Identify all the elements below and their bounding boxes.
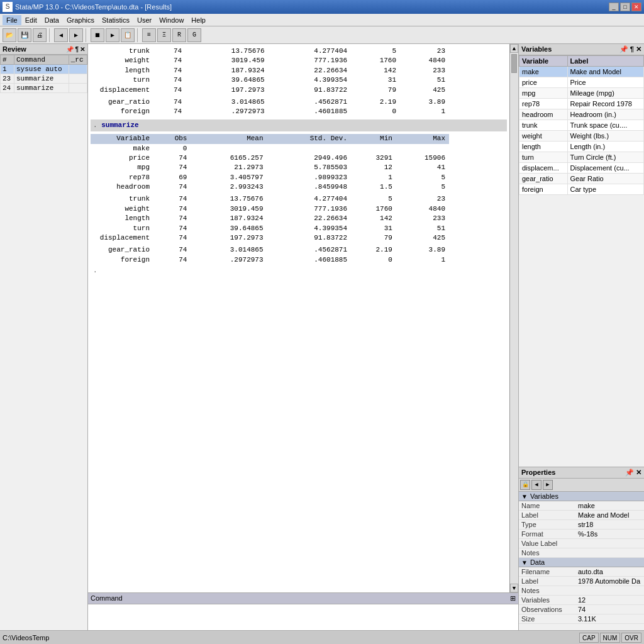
toolbar-open[interactable]: 📂 (3, 28, 16, 42)
variable-row[interactable]: weight Weight (lbs.) (519, 131, 644, 142)
variable-row[interactable]: trunk Trunk space (cu.... (519, 120, 644, 131)
results-scrollbar[interactable]: ▲ ▼ (509, 44, 518, 592)
menu-statistics[interactable]: Statistics (98, 15, 133, 25)
table-row: rep78 69 3.405797 .9899323 1 5 (91, 173, 449, 182)
scroll-up[interactable]: ▲ (510, 44, 518, 53)
var-obs: 74 (153, 233, 191, 243)
review-pin[interactable]: 📌 (66, 46, 74, 53)
toolbar-forward[interactable]: ▶ (69, 28, 83, 42)
review-row[interactable]: 1 sysuse auto (1, 65, 87, 74)
col-sd: Std. Dev. (267, 134, 351, 143)
var-variable: rep78 (519, 99, 568, 109)
var-sd: 4.399354 (267, 224, 351, 233)
close-button[interactable]: ✕ (631, 3, 641, 11)
toolbar-results[interactable]: R (172, 28, 186, 42)
menu-file[interactable]: File (3, 15, 21, 25)
command-label-bar: Command ⊞ (88, 593, 518, 604)
toolbar-save[interactable]: 💾 (18, 28, 31, 42)
command-input[interactable] (88, 604, 518, 630)
var-obs: 74 (153, 56, 186, 65)
prop-arrow-left[interactable]: ◀ (531, 480, 541, 490)
prop-close[interactable]: ✕ (636, 469, 641, 476)
table-row: foreign 74 .2972973 .4601885 0 1 (91, 107, 449, 116)
prop-row: Type str18 (519, 520, 644, 530)
var-label: Mileage (mpg) (567, 88, 643, 99)
review-row[interactable]: 23 summarize (1, 74, 87, 84)
var-close[interactable]: ✕ (636, 45, 641, 53)
var-sd: .4601885 (267, 255, 351, 265)
dot-prompt: . (93, 121, 101, 129)
menu-data[interactable]: Data (41, 15, 63, 25)
prop-pin[interactable]: 📌 (625, 469, 634, 476)
var-max: 233 (396, 214, 449, 223)
var-sd: .9899323 (267, 173, 351, 182)
var-variable: make (519, 67, 568, 77)
menu-window[interactable]: Window (155, 15, 187, 25)
minimize-button[interactable]: _ (609, 3, 619, 11)
var-obs: 0 (153, 144, 191, 153)
var-name: displacement (91, 86, 153, 95)
command-line: . summarize (91, 119, 507, 131)
toolbar-graph[interactable]: G (187, 28, 201, 42)
prop-arrow-right[interactable]: ▶ (543, 480, 553, 490)
var-obs: 74 (153, 182, 191, 192)
scroll-thumb[interactable] (511, 54, 517, 73)
scroll-down[interactable]: ▼ (510, 584, 518, 592)
var-min: 12 (351, 163, 396, 172)
variable-row[interactable]: displacem... Displacement (cu... (519, 163, 644, 174)
toolbar-run[interactable]: ▶ (106, 28, 119, 42)
variable-row[interactable]: rep78 Repair Record 1978 (519, 99, 644, 109)
maximize-button[interactable]: □ (620, 3, 630, 11)
variable-row[interactable]: length Length (in.) (519, 142, 644, 152)
var-variable: turn (519, 152, 568, 163)
expand-data-icon[interactable]: ▼ (521, 559, 528, 566)
variable-row[interactable]: mpg Mileage (mpg) (519, 88, 644, 99)
variable-row[interactable]: foreign Car type (519, 184, 644, 195)
command-expand[interactable]: ⊞ (510, 594, 516, 602)
review-row[interactable]: 24 summarize (1, 84, 87, 93)
toolbar-back[interactable]: ◀ (54, 28, 68, 42)
variable-row[interactable]: headroom Headroom (in.) (519, 109, 644, 120)
expand-variables-icon[interactable]: ▼ (521, 493, 528, 500)
toolbar-print[interactable]: 🖨 (33, 28, 47, 42)
variable-row[interactable]: turn Turn Circle (ft.) (519, 152, 644, 163)
menu-edit[interactable]: Edit (21, 15, 41, 25)
prop-key: Observations (519, 605, 575, 614)
var-col-label: Label (567, 56, 643, 67)
toolbar-data-editor[interactable]: ≡ (142, 28, 156, 42)
var-obs: 74 (153, 97, 186, 107)
var-sd: 91.83722 (269, 86, 352, 95)
var-max: 425 (400, 86, 449, 95)
properties-panel: Properties 📌 ✕ 🔒 ◀ ▶ ▼ Variables Name ma… (519, 467, 644, 630)
var-mean: 187.9324 (191, 214, 267, 223)
prop-row: Value Label (519, 539, 644, 548)
review-rc (69, 84, 87, 93)
menu-graphics[interactable]: Graphics (63, 15, 98, 25)
variables-table: Variable Label make Make and Modelprice … (519, 55, 644, 195)
toolbar-do[interactable]: 📋 (121, 28, 135, 42)
review-col-cmd: Command (14, 55, 69, 65)
prop-variables-rows: Name makeLabel Make and ModelType str18F… (519, 501, 644, 558)
prop-val: 3.11K (575, 614, 644, 623)
var-min: 5 (351, 47, 400, 56)
menu-user[interactable]: User (133, 15, 155, 25)
toolbar-var-manager[interactable]: Ξ (157, 28, 171, 42)
var-pin2[interactable]: ¶ (630, 45, 634, 53)
status-path: C:\VideosTemp (3, 634, 49, 641)
review-close[interactable]: ✕ (80, 46, 85, 53)
review-pin2[interactable]: ¶ (75, 46, 79, 53)
var-name: headroom (91, 182, 153, 192)
var-pin[interactable]: 📌 (619, 45, 628, 53)
results-content[interactable]: trunk 74 13.75676 4.277404 5 23weight 74… (88, 44, 509, 592)
menu-help[interactable]: Help (187, 15, 209, 25)
var-max: 3.89 (396, 245, 449, 255)
prop-lock[interactable]: 🔒 (520, 480, 530, 490)
variable-row[interactable]: make Make and Model (519, 67, 644, 77)
results-scrollable: trunk 74 13.75676 4.277404 5 23weight 74… (88, 44, 518, 592)
window-title: Stata/MP 13.0 - C:\VideosTemp\auto.dta -… (15, 3, 609, 11)
prop-row: Label Make and Model (519, 511, 644, 520)
variable-row[interactable]: gear_ratio Gear Ratio (519, 174, 644, 184)
toolbar-break[interactable]: ⏹ (91, 28, 104, 42)
variable-row[interactable]: price Price (519, 77, 644, 88)
var-label: Length (in.) (567, 142, 643, 152)
